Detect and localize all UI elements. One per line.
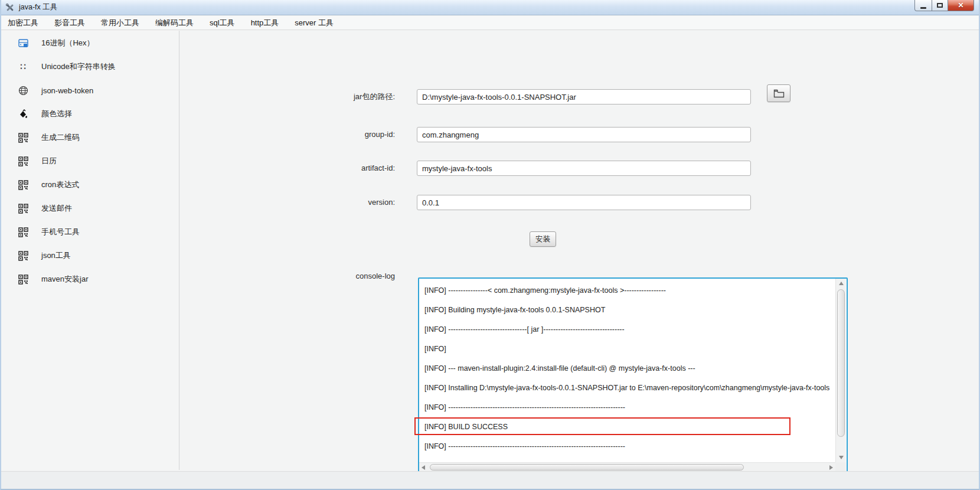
sidebar-item-maven-install-jar[interactable]: maven安装jar bbox=[1, 267, 179, 291]
sidebar-item-label: 生成二维码 bbox=[41, 132, 80, 143]
qr-code-icon bbox=[18, 179, 28, 190]
menu-sql-tools[interactable]: sql工具 bbox=[210, 18, 235, 28]
sidebar-item-label: 颜色选择 bbox=[41, 109, 72, 119]
console-line: [INFO] Building mystyle-java-fx-tools 0.… bbox=[424, 300, 834, 320]
qr-code-icon bbox=[18, 250, 28, 261]
console-log-label: console-log bbox=[249, 269, 395, 284]
unicode-icon: ∷ bbox=[18, 61, 28, 72]
console-log-textarea[interactable]: [INFO] ----------------< com.zhangmeng:m… bbox=[418, 277, 848, 473]
maximize-button[interactable] bbox=[932, 0, 948, 11]
menu-http-tools[interactable]: http工具 bbox=[251, 18, 279, 28]
scrollbar-corner bbox=[835, 462, 846, 472]
jar-path-input[interactable] bbox=[417, 89, 751, 104]
window-title: java-fx 工具 bbox=[19, 0, 57, 15]
minimize-button[interactable] bbox=[914, 0, 932, 11]
menu-server-tools[interactable]: server 工具 bbox=[295, 18, 334, 28]
scroll-up-arrow-icon[interactable] bbox=[839, 282, 844, 285]
folder-icon bbox=[773, 89, 785, 98]
menu-common-tools[interactable]: 常用小工具 bbox=[101, 18, 139, 28]
app-tools-icon bbox=[5, 3, 15, 12]
sidebar-item-label: 发送邮件 bbox=[41, 203, 72, 214]
qr-code-icon bbox=[18, 156, 28, 166]
sidebar-item-cron[interactable]: cron表达式 bbox=[1, 173, 179, 197]
maximize-icon bbox=[937, 3, 943, 8]
scroll-right-arrow-icon[interactable] bbox=[829, 465, 833, 470]
console-line: [INFO] ---------------------------------… bbox=[424, 437, 834, 456]
title-bar: java-fx 工具 ✕ bbox=[1, 0, 979, 15]
sidebar-item-label: Unicode和字符串转换 bbox=[41, 61, 116, 72]
console-horizontal-scrollbar[interactable] bbox=[419, 462, 835, 472]
menu-bar: 加密工具 影音工具 常用小工具 编解码工具 sql工具 http工具 serve… bbox=[1, 16, 979, 30]
version-input[interactable] bbox=[417, 195, 751, 210]
sidebar-item-send-email[interactable]: 发送邮件 bbox=[1, 197, 179, 220]
group-id-label: group-id: bbox=[249, 127, 395, 142]
console-vertical-scrollbar[interactable] bbox=[835, 279, 846, 462]
sidebar-item-json-tools[interactable]: json工具 bbox=[1, 244, 179, 267]
qr-code-icon bbox=[18, 274, 28, 285]
sidebar-item-calendar[interactable]: 日历 bbox=[1, 149, 179, 173]
install-button[interactable]: 安装 bbox=[530, 231, 556, 247]
console-line: [INFO] Installing D:\mystyle-java-fx-too… bbox=[424, 378, 834, 398]
sidebar-item-qrcode-generate[interactable]: 生成二维码 bbox=[1, 126, 179, 149]
console-line: [INFO] ----------------< com.zhangmeng:m… bbox=[424, 281, 834, 300]
menu-encrypt-tools[interactable]: 加密工具 bbox=[8, 18, 38, 28]
sidebar-item-hex[interactable]: 16进制（Hex） bbox=[1, 31, 179, 55]
jar-path-label: jar包的路径: bbox=[249, 89, 395, 104]
qr-code-icon bbox=[18, 132, 28, 143]
qr-code-icon bbox=[18, 203, 28, 214]
sidebar: 16进制（Hex） ∷ Unicode和字符串转换 json-web-token… bbox=[1, 31, 179, 470]
window-bottom-strip bbox=[1, 471, 979, 489]
artifact-id-input[interactable] bbox=[417, 161, 751, 176]
sidebar-item-label: json工具 bbox=[41, 250, 71, 261]
sidebar-item-color-picker[interactable]: 颜色选择 bbox=[1, 102, 179, 126]
window-controls: ✕ bbox=[915, 0, 974, 11]
console-line: [INFO] --------------------------------[… bbox=[424, 320, 834, 339]
close-button[interactable]: ✕ bbox=[948, 0, 974, 11]
sidebar-item-phone-tools[interactable]: 手机号工具 bbox=[1, 220, 179, 244]
browse-folder-button[interactable] bbox=[767, 84, 790, 102]
menu-codec-tools[interactable]: 编解码工具 bbox=[155, 18, 194, 28]
console-line: [INFO] --- maven-install-plugin:2.4:inst… bbox=[424, 359, 834, 378]
menu-media-tools[interactable]: 影音工具 bbox=[54, 18, 85, 28]
scroll-left-arrow-icon[interactable] bbox=[422, 465, 425, 470]
artifact-id-label: artifact-id: bbox=[249, 161, 395, 176]
console-line-build-success: [INFO] BUILD SUCCESS bbox=[424, 417, 834, 437]
version-label: version: bbox=[249, 195, 395, 210]
globe-icon bbox=[18, 85, 28, 96]
close-icon: ✕ bbox=[958, 0, 963, 11]
sidebar-item-label: 日历 bbox=[41, 156, 57, 166]
group-id-input[interactable] bbox=[417, 127, 751, 142]
sidebar-item-label: maven安装jar bbox=[41, 274, 88, 285]
color-picker-icon bbox=[18, 109, 28, 119]
sidebar-item-label: cron表达式 bbox=[41, 179, 79, 190]
console-line: [INFO] ---------------------------------… bbox=[424, 398, 834, 417]
hex-icon bbox=[18, 38, 28, 48]
sidebar-item-label: json-web-token bbox=[41, 86, 93, 95]
console-line: [INFO] bbox=[424, 339, 834, 359]
sidebar-item-label: 16进制（Hex） bbox=[41, 38, 94, 48]
minimize-icon bbox=[920, 7, 926, 9]
qr-code-icon bbox=[18, 227, 28, 237]
horizontal-scrollbar-thumb[interactable] bbox=[430, 464, 744, 471]
sidebar-item-label: 手机号工具 bbox=[41, 227, 80, 237]
sidebar-item-unicode[interactable]: ∷ Unicode和字符串转换 bbox=[1, 55, 179, 79]
vertical-scrollbar-thumb[interactable] bbox=[837, 289, 845, 437]
scroll-down-arrow-icon[interactable] bbox=[839, 456, 844, 459]
console-log-content: [INFO] ----------------< com.zhangmeng:m… bbox=[420, 280, 834, 461]
sidebar-item-jwt[interactable]: json-web-token bbox=[1, 79, 179, 102]
app-window: java-fx 工具 ✕ 加密工具 影音工具 常用小工具 编解码工具 sql工具… bbox=[0, 0, 980, 490]
